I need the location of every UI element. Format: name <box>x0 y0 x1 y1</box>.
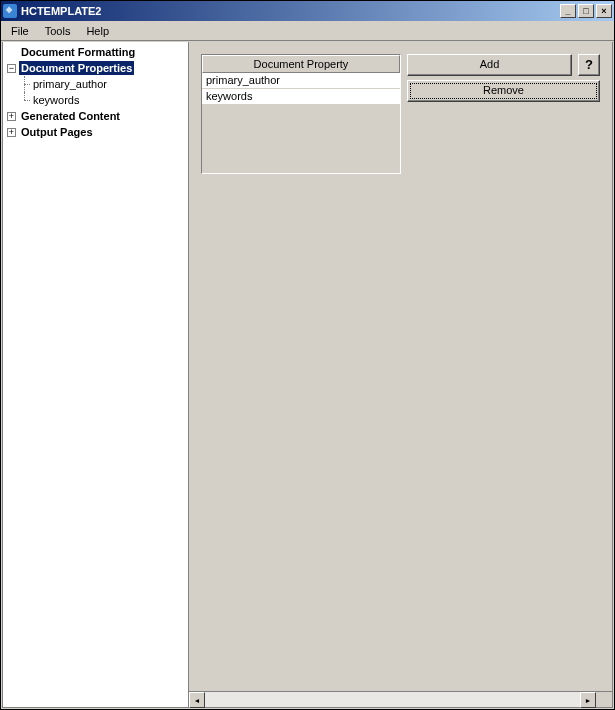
tree-item-doc-formatting[interactable]: Document Formatting <box>5 44 186 60</box>
menu-help[interactable]: Help <box>78 23 117 39</box>
tree-label: primary_author <box>31 77 109 91</box>
button-column: Add ? Remove <box>407 54 600 102</box>
remove-button[interactable]: Remove <box>407 80 600 102</box>
titlebar: HCTEMPLATE2 _ □ × <box>1 1 614 21</box>
app-window: HCTEMPLATE2 _ □ × File Tools Help Docume… <box>0 0 615 710</box>
scroll-right-button[interactable]: ► <box>580 692 596 708</box>
horizontal-scrollbar[interactable]: ◄ ► <box>189 691 612 707</box>
property-row[interactable]: keywords <box>202 89 400 105</box>
tree-label: Document Formatting <box>19 45 137 59</box>
collapse-icon[interactable]: − <box>7 64 16 73</box>
expand-icon[interactable]: + <box>7 128 16 137</box>
tree-label: Document Properties <box>19 61 134 75</box>
tree-item-output-pages[interactable]: + Output Pages <box>5 124 186 140</box>
tree-label: Output Pages <box>19 125 95 139</box>
detail-pane: Document Property primary_author keyword… <box>189 42 612 707</box>
expand-icon[interactable]: + <box>7 112 16 121</box>
tree-pane: Document Formatting − Document Propertie… <box>3 42 189 707</box>
window-title: HCTEMPLATE2 <box>21 5 558 17</box>
window-controls: _ □ × <box>558 4 612 18</box>
menu-file[interactable]: File <box>3 23 37 39</box>
detail-content: Document Property primary_author keyword… <box>189 42 612 691</box>
scroll-track[interactable] <box>205 692 580 707</box>
tree-item-generated-content[interactable]: + Generated Content <box>5 108 186 124</box>
tree-item-primary-author[interactable]: primary_author <box>5 76 186 92</box>
property-column-header[interactable]: Document Property <box>202 55 400 73</box>
property-row[interactable]: primary_author <box>202 73 400 89</box>
property-list-box: Document Property primary_author keyword… <box>201 54 401 174</box>
property-list: primary_author keywords <box>202 73 400 105</box>
tree-label: keywords <box>31 93 81 107</box>
scroll-left-button[interactable]: ◄ <box>189 692 205 708</box>
menubar: File Tools Help <box>1 21 614 41</box>
close-button[interactable]: × <box>596 4 612 18</box>
maximize-button[interactable]: □ <box>578 4 594 18</box>
tree-item-doc-properties[interactable]: − Document Properties <box>5 60 186 76</box>
add-button[interactable]: Add <box>407 54 572 76</box>
property-list-empty-area <box>202 105 400 173</box>
button-row: Add ? <box>407 54 600 76</box>
help-button[interactable]: ? <box>578 54 600 76</box>
menu-tools[interactable]: Tools <box>37 23 79 39</box>
minimize-button[interactable]: _ <box>560 4 576 18</box>
tree-label: Generated Content <box>19 109 122 123</box>
app-icon <box>3 4 17 18</box>
content-area: Document Formatting − Document Propertie… <box>2 42 613 708</box>
resize-grip[interactable] <box>596 692 612 708</box>
tree-item-keywords[interactable]: keywords <box>5 92 186 108</box>
